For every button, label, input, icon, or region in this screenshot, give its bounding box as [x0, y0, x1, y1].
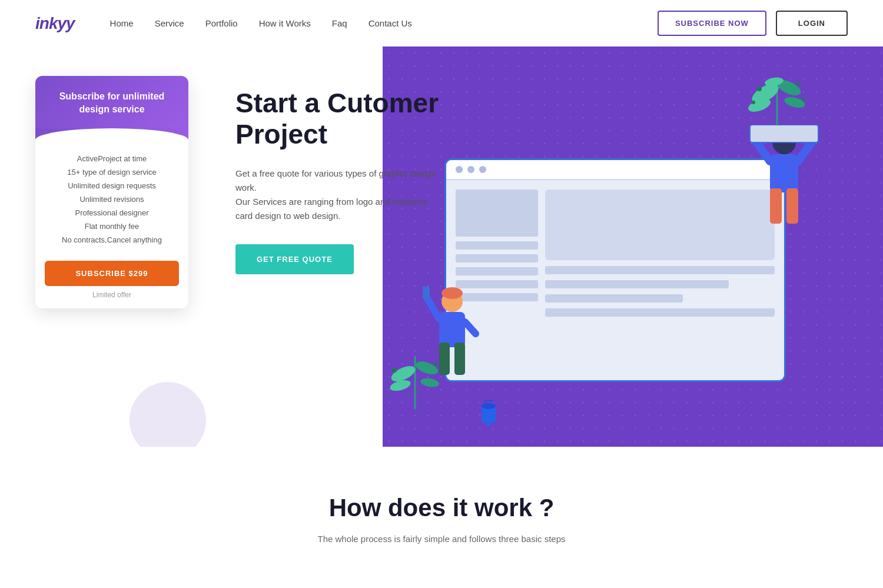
decorative-circle — [130, 382, 206, 447]
character-left — [423, 284, 482, 404]
how-works-section: How does it work ? The whole process is … — [0, 447, 883, 567]
svg-point-7 — [796, 82, 799, 86]
svg-rect-19 — [439, 312, 465, 347]
subscription-card: Subscribe for unlimited design service A… — [35, 76, 188, 308]
subscribe-card-button[interactable]: SUBSCRIBE $299 — [45, 261, 179, 286]
browser-dot-3 — [479, 166, 486, 173]
hero-title: Start a Cutomer Project — [235, 88, 442, 150]
list-item: Professional designer — [45, 206, 179, 220]
navbar: inkyy Home Service Portfolio How it Work… — [0, 0, 883, 46]
sidebar-line — [456, 267, 538, 275]
svg-point-9 — [802, 98, 805, 101]
svg-point-15 — [392, 368, 397, 373]
sidebar-line — [456, 254, 538, 263]
svg-point-8 — [752, 101, 755, 104]
nav-faq[interactable]: Faq — [332, 18, 347, 28]
browser-row — [545, 308, 775, 317]
how-works-title: How does it work ? — [35, 494, 848, 522]
browser-dot-2 — [467, 166, 474, 173]
nav-portfolio[interactable]: Portfolio — [205, 18, 238, 28]
list-item: Flat monthly fee — [45, 220, 179, 233]
card-body: ActiveProject at time 15+ type of design… — [35, 140, 188, 308]
card-wave-decoration — [35, 128, 188, 140]
browser-row — [545, 280, 729, 288]
list-item: 15+ type of design service — [45, 165, 179, 179]
browser-row — [545, 266, 775, 274]
list-item: Unlimited design requests — [45, 179, 179, 192]
hero-section: Subscribe for unlimited design service A… — [0, 46, 883, 447]
hero-center-content: Start a Cutomer Project Get a free quote… — [235, 70, 442, 274]
get-free-quote-button[interactable]: GET FREE QUOTE — [235, 244, 354, 274]
hero-illustration — [383, 46, 883, 447]
brand-logo[interactable]: inkyy — [35, 14, 75, 33]
list-item: ActiveProject at time — [45, 152, 179, 165]
browser-content-card — [545, 190, 775, 260]
nav-buttons: SUBSCRIBE NOW LOGIN — [658, 11, 848, 36]
hero-desc-line2: Our Services are ranging from logo and b… — [235, 197, 427, 221]
svg-rect-35 — [486, 423, 491, 427]
how-works-description: The whole process is fairly simple and f… — [35, 534, 848, 544]
browser-row — [545, 294, 683, 303]
hero-desc-line1: Get a free quote for various types of gr… — [235, 168, 436, 192]
svg-point-18 — [442, 287, 463, 299]
browser-content — [446, 180, 784, 377]
card-features-list: ActiveProject at time 15+ type of design… — [45, 152, 179, 247]
nav-contact[interactable]: Contact Us — [369, 18, 412, 28]
svg-rect-28 — [770, 188, 782, 224]
plant-top-svg — [742, 58, 812, 135]
hero-left-panel: Subscribe for unlimited design service A… — [35, 70, 188, 308]
svg-point-34 — [482, 403, 496, 409]
svg-point-4 — [784, 95, 806, 110]
card-header-text: Subscribe for unlimited design service — [59, 91, 165, 114]
browser-main-area — [545, 190, 775, 367]
card-header: Subscribe for unlimited design service — [35, 76, 188, 128]
nav-service[interactable]: Service — [155, 18, 184, 28]
svg-line-24 — [465, 322, 476, 334]
svg-rect-32 — [750, 125, 818, 142]
character-right-svg — [749, 125, 819, 254]
browser-dot-1 — [456, 166, 463, 173]
character-right — [749, 125, 819, 257]
svg-rect-29 — [786, 188, 798, 224]
svg-rect-23 — [423, 287, 430, 298]
svg-rect-21 — [454, 343, 465, 375]
subscribe-now-button[interactable]: SUBSCRIBE NOW — [658, 11, 766, 36]
list-item: Unlimited revisions — [45, 192, 179, 206]
svg-line-22 — [426, 295, 439, 319]
list-item: No contracts,Cancel anything — [45, 233, 179, 247]
nav-links: Home Service Portfolio How it Works Faq … — [110, 18, 658, 29]
svg-point-6 — [757, 87, 762, 91]
sidebar-block — [456, 190, 538, 237]
browser-mockup — [444, 158, 786, 382]
svg-rect-27 — [770, 154, 798, 192]
limited-offer-text: Limited offer — [45, 291, 179, 299]
nav-how-it-works[interactable]: How it Works — [259, 18, 311, 28]
svg-rect-20 — [439, 343, 450, 375]
login-button[interactable]: LOGIN — [776, 11, 848, 36]
browser-top-bar — [446, 160, 784, 180]
character-left-svg — [423, 284, 482, 401]
sidebar-line — [456, 241, 538, 250]
hero-description: Get a free quote for various types of gr… — [235, 167, 442, 223]
nav-home[interactable]: Home — [110, 18, 134, 28]
